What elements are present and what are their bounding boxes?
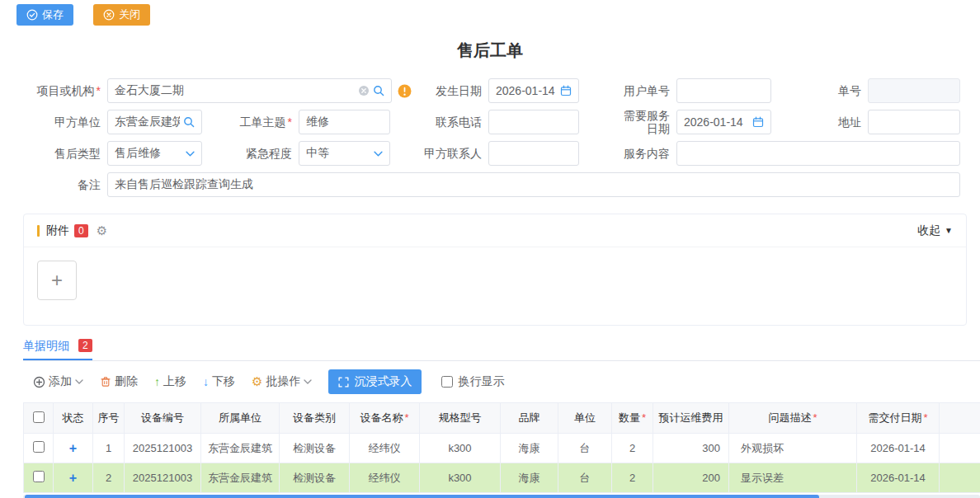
cell-problem: 外观损坏 (729, 434, 857, 463)
add-button[interactable]: 添加 (33, 374, 83, 389)
search-icon[interactable] (373, 85, 384, 96)
fullscreen-icon (338, 377, 349, 388)
service-content-input[interactable] (676, 141, 960, 166)
cell-owner-unit: 东营金辰建筑 (201, 463, 280, 493)
work-order-form: 项目或机构* 发生日期 用户单号 单号 甲方单位 工单主题* 联系电话 需要服务… (0, 78, 980, 197)
header-brand: 品牌 (501, 403, 558, 434)
circle-plus-icon (33, 376, 45, 388)
plus-icon: + (51, 269, 63, 292)
gear-icon[interactable]: ⚙ (97, 223, 107, 238)
upload-add-button[interactable]: + (37, 261, 77, 300)
chevron-down-icon (75, 379, 83, 384)
service-date-label: 需要服务日期 (579, 109, 676, 135)
detail-tabs: 单据明细 2 (23, 339, 980, 361)
table-row-selected[interactable]: + 2 2025121003 东营金辰建筑 检测设备 经纬仪 k300 海康 台… (24, 463, 980, 493)
remark-label: 备注 (16, 178, 107, 191)
row-checkbox-cell (24, 434, 54, 463)
cell-row-action (940, 463, 980, 493)
attachment-title: 附件 (46, 223, 69, 238)
attachment-count-badge: 0 (74, 224, 88, 237)
cell-qty: 2 (612, 463, 653, 493)
save-button[interactable]: 保存 (16, 4, 73, 26)
table-header-row: 状态 序号 设备编号 所属单位 设备类别 设备名称* 规格型号 品牌 单位 数量… (24, 403, 980, 434)
x-circle-icon (103, 9, 115, 21)
form-row-3: 售后类型 售后维修 紧急程度 中等 甲方联系人 服务内容 (16, 141, 980, 166)
party-a-contact-input[interactable] (488, 141, 579, 166)
move-up-button[interactable]: ↑ 上移 (154, 374, 186, 389)
calendar-icon[interactable] (560, 85, 572, 96)
detail-table: 状态 序号 设备编号 所属单位 设备类别 设备名称* 规格型号 品牌 单位 数量… (23, 402, 980, 493)
header-delivery-date: 需交付日期* (857, 403, 940, 434)
cell-device-name: 经纬仪 (350, 463, 420, 493)
horizontal-scrollbar[interactable] (23, 495, 980, 498)
cell-device-category: 检测设备 (280, 463, 350, 493)
attachment-body: + (24, 247, 966, 325)
header-device-code: 设备编号 (125, 403, 201, 434)
row-checkbox[interactable] (33, 471, 45, 482)
project-field[interactable] (107, 78, 392, 103)
cell-unit: 台 (558, 434, 612, 463)
calendar-icon[interactable] (752, 116, 764, 128)
table-row[interactable]: + 1 2025121003 东营金辰建筑 检测设备 经纬仪 k300 海康 台… (24, 434, 980, 463)
batch-operations-button[interactable]: ⚙ 批操作 (252, 374, 312, 389)
wrap-display-toggle[interactable]: 换行显示 (441, 374, 504, 389)
clear-icon[interactable] (358, 85, 370, 96)
move-down-button[interactable]: ↓ 下移 (203, 374, 235, 389)
order-no-label: 单号 (771, 84, 868, 97)
chevron-down-icon (304, 379, 312, 384)
user-order-no-input[interactable] (676, 78, 771, 103)
subject-label: 工单主题* (202, 115, 299, 129)
cell-est-cost: 300 (653, 434, 729, 463)
wrap-display-checkbox[interactable] (441, 376, 453, 388)
select-all-checkbox[interactable] (33, 411, 45, 423)
collapse-toggle[interactable]: 收起 ▼ (917, 223, 953, 238)
cell-qty: 2 (612, 434, 653, 463)
party-a-contact-label: 甲方联系人 (390, 147, 488, 160)
arrow-down-icon: ↓ (203, 375, 209, 388)
cell-device-name: 经纬仪 (350, 434, 420, 463)
phone-label: 联系电话 (390, 115, 488, 129)
info-icon[interactable] (398, 84, 412, 98)
row-checkbox[interactable] (33, 441, 45, 453)
occur-date-field[interactable] (488, 78, 579, 103)
row-status-cell: + (54, 434, 93, 463)
add-row-icon[interactable]: + (69, 441, 77, 455)
address-input[interactable] (868, 110, 960, 134)
header-device-category: 设备类别 (280, 403, 350, 434)
detail-toolbar: 添加 删除 ↑ 上移 ↓ 下移 ⚙ 批操作 沉浸式录入 换行显示 (23, 369, 980, 394)
service-date-input[interactable] (684, 115, 749, 129)
header-est-cost: 预计运维费用 (653, 403, 729, 434)
tab-document-detail[interactable]: 单据明细 2 (23, 339, 92, 360)
phone-input[interactable] (488, 110, 579, 134)
occur-date-input[interactable] (496, 84, 557, 97)
select-all-cell (24, 403, 54, 434)
service-content-label: 服务内容 (579, 147, 676, 160)
party-a-field[interactable] (107, 110, 202, 134)
trash-icon (100, 376, 111, 388)
collapse-label: 收起 (917, 223, 940, 238)
party-a-input[interactable] (115, 115, 180, 129)
cell-owner-unit: 东营金辰建筑 (201, 434, 280, 463)
party-a-label: 甲方单位 (16, 115, 107, 129)
remark-input[interactable] (107, 172, 960, 197)
form-row-1: 项目或机构* 发生日期 用户单号 单号 (16, 78, 980, 103)
close-button[interactable]: 关闭 (93, 4, 150, 26)
cell-device-code: 2025121003 (125, 463, 201, 493)
cell-spec-model: k300 (420, 463, 501, 493)
urgency-select[interactable]: 中等 (299, 141, 390, 166)
project-input[interactable] (115, 84, 355, 97)
immersive-entry-button[interactable]: 沉浸式录入 (328, 369, 422, 394)
delete-button[interactable]: 删除 (100, 374, 138, 389)
occur-date-label: 发生日期 (412, 84, 488, 97)
aftersale-type-select[interactable]: 售后维修 (107, 141, 202, 166)
scrollbar-thumb[interactable] (25, 495, 819, 498)
urgency-label: 紧急程度 (202, 147, 299, 160)
cell-seq: 1 (93, 434, 125, 463)
add-row-icon[interactable]: + (69, 471, 77, 485)
search-icon[interactable] (183, 116, 195, 128)
aftersale-type-label: 售后类型 (16, 147, 107, 160)
close-button-label: 关闭 (119, 7, 140, 22)
service-date-field[interactable] (676, 110, 771, 134)
detail-count-badge: 2 (78, 339, 92, 352)
subject-input[interactable] (299, 110, 390, 134)
